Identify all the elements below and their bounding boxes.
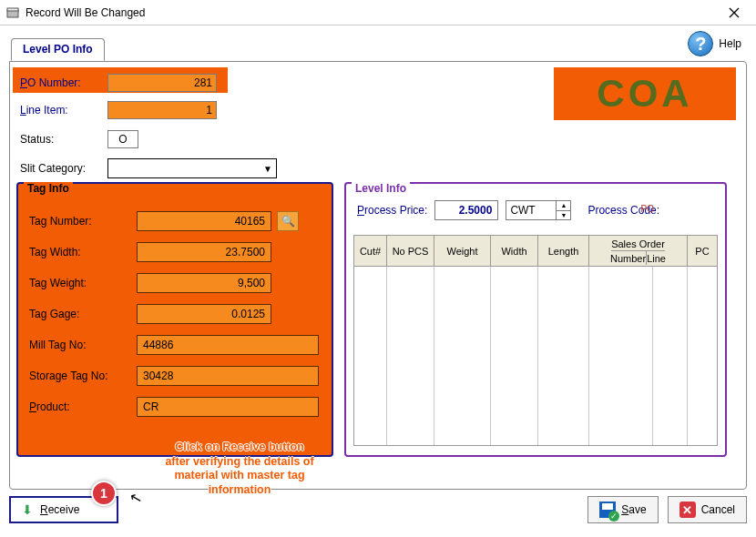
- line-item-label: Line Item:: [20, 104, 107, 117]
- title-bar: Record Will Be Changed: [0, 0, 756, 25]
- process-price-unit-stepper[interactable]: ▲ ▼: [557, 200, 571, 220]
- table-header: Cut# No PCS Weight Width Length Sales Or…: [354, 236, 717, 267]
- level-info-table[interactable]: Cut# No PCS Weight Width Length Sales Or…: [353, 235, 718, 446]
- process-price-field[interactable]: 2.5000: [434, 200, 498, 220]
- po-number-label: PO Number:: [20, 76, 107, 89]
- footer: ⬇ Receive ✓ Save ✕ Cancel: [9, 491, 747, 528]
- col-so-line: Line: [647, 251, 666, 265]
- col-so-number: Number: [610, 251, 647, 265]
- tag-width-field[interactable]: 23.7500: [137, 242, 271, 262]
- product-label: Product:: [29, 400, 137, 413]
- po-mark-label: PO: [641, 204, 654, 214]
- col-no-pcs: No PCS: [387, 236, 434, 266]
- annotation-badge: 1: [91, 481, 117, 506]
- col-sales-order-group: Sales Order Number Line: [589, 236, 688, 266]
- tag-gage-label: Tag Gage:: [29, 308, 137, 320]
- status-field: O: [107, 130, 138, 148]
- col-pc: PC: [688, 236, 717, 266]
- process-price-unit-field[interactable]: CWT: [506, 200, 557, 220]
- close-button[interactable]: [716, 1, 752, 25]
- tab-strip: Level PO Info: [11, 38, 105, 61]
- chevron-down-icon: ▼: [263, 164, 272, 174]
- annotation-text: Click on Receive button after verifying …: [162, 441, 317, 498]
- po-fields: PO Number: 281 Line Item: 1 Status: O Sl…: [20, 71, 312, 184]
- po-number-field[interactable]: 281: [107, 74, 217, 92]
- coa-badge: COA: [554, 67, 736, 120]
- tag-gage-field[interactable]: 0.0125: [137, 304, 271, 324]
- level-info-title: Level Info: [352, 182, 410, 195]
- col-width: Width: [491, 236, 538, 266]
- cancel-label: Cancel: [701, 503, 735, 516]
- level-info-group: Level Info PO Process Price: 2.5000 CWT …: [344, 182, 727, 457]
- table-body: [354, 267, 717, 445]
- app-icon: [5, 5, 20, 20]
- help-area: ? Help: [688, 31, 741, 56]
- mill-tag-field[interactable]: 44886: [137, 335, 319, 355]
- tag-number-label: Tag Number:: [29, 215, 137, 228]
- process-price-label: Process Price:: [357, 204, 427, 217]
- tag-width-label: Tag Width:: [29, 246, 137, 258]
- search-icon: 🔍: [281, 215, 295, 228]
- col-length: Length: [538, 236, 589, 266]
- help-icon[interactable]: ?: [688, 31, 713, 56]
- line-item-field[interactable]: 1: [107, 101, 217, 119]
- receive-icon: ⬇: [22, 503, 35, 516]
- product-field[interactable]: CR: [137, 397, 319, 417]
- help-label: Help: [719, 37, 741, 50]
- tag-weight-field[interactable]: 9,500: [137, 273, 271, 293]
- status-label: Status:: [20, 133, 107, 146]
- cancel-button[interactable]: ✕ Cancel: [668, 496, 747, 523]
- svg-rect-1: [7, 8, 18, 11]
- col-sales-order: Sales Order: [611, 237, 665, 251]
- chevron-up-icon: ▲: [557, 201, 570, 211]
- tab-level-po-info[interactable]: Level PO Info: [11, 38, 105, 61]
- window-title: Record Will Be Changed: [26, 6, 716, 19]
- slit-category-select[interactable]: ▼: [107, 158, 277, 178]
- tag-number-lookup-button[interactable]: 🔍: [277, 211, 299, 231]
- save-icon: ✓: [599, 502, 616, 518]
- tag-weight-label: Tag Weight:: [29, 277, 137, 289]
- mill-tag-label: Mill Tag No:: [29, 339, 137, 351]
- receive-label: Receive: [40, 503, 79, 516]
- cancel-icon: ✕: [679, 502, 696, 518]
- tag-info-title: Tag Info: [24, 182, 73, 195]
- tag-number-field[interactable]: 40165: [137, 211, 271, 231]
- col-weight: Weight: [434, 236, 491, 266]
- chevron-down-icon: ▼: [557, 211, 570, 220]
- save-button[interactable]: ✓ Save: [587, 496, 658, 523]
- main-area: Level PO Info ? Help COA PO Number: 281 …: [0, 25, 756, 537]
- storage-tag-label: Storage Tag No:: [29, 370, 137, 382]
- save-label: Save: [621, 503, 646, 516]
- storage-tag-field[interactable]: 30428: [137, 366, 319, 386]
- tag-info-group: Tag Info Tag Number: 40165 🔍 Tag Width: …: [16, 182, 333, 457]
- slit-category-label: Slit Category:: [20, 162, 107, 175]
- col-cut: Cut#: [354, 236, 387, 266]
